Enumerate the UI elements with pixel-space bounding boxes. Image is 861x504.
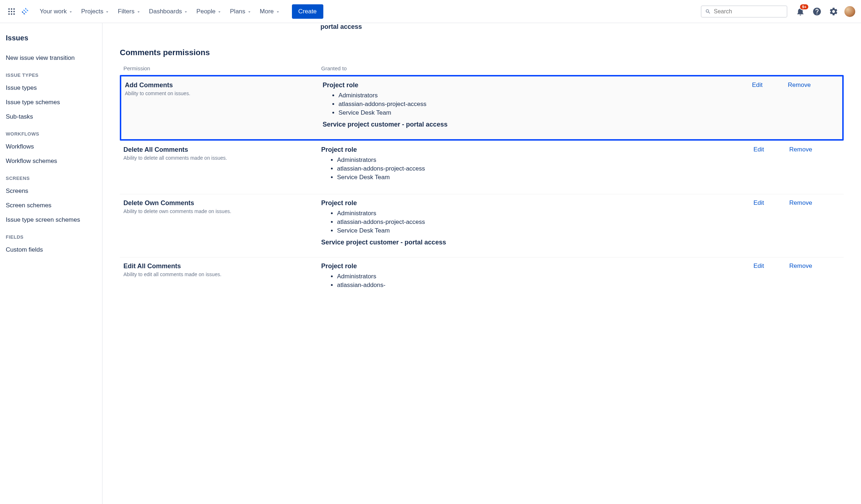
grant-heading: Project role [321, 199, 746, 207]
remove-link[interactable]: Remove [789, 199, 812, 248]
help-icon[interactable] [811, 6, 823, 17]
sidebar-group-label: FIELDS [4, 227, 98, 243]
grant-role: Administrators [337, 209, 746, 218]
nav-dashboards[interactable]: Dashboards [145, 5, 192, 18]
svg-point-8 [13, 13, 15, 15]
notifications-icon[interactable]: 9+ [795, 6, 806, 17]
grant-role: Administrators [337, 156, 746, 164]
grant-heading: Project role [321, 146, 746, 154]
permission-cell: Delete Own CommentsAbility to delete own… [123, 199, 321, 248]
notification-badge: 9+ [799, 4, 809, 10]
sidebar-item[interactable]: Issue type screen schemes [4, 213, 98, 227]
nav-label: Filters [118, 8, 134, 15]
grant-role: atlassian-addons- [337, 281, 746, 289]
col-granted-header: Granted to [321, 65, 746, 71]
partial-prev-row-text: portal access [120, 23, 844, 34]
permission-desc: Ability to edit all comments made on iss… [123, 271, 321, 277]
sidebar: Issues New issue view transition ISSUE T… [0, 23, 102, 504]
remove-link[interactable]: Remove [789, 146, 812, 185]
grant-heading-service: Service project customer - portal access [323, 121, 745, 128]
table-header: Permission Granted to [120, 62, 844, 75]
edit-link[interactable]: Edit [753, 199, 764, 248]
create-button[interactable]: Create [292, 4, 323, 19]
nav-left: Your work Projects Filters Dashboards Pe… [6, 4, 323, 19]
permissions-table: Permission Granted to Add CommentsAbilit… [120, 62, 844, 302]
permission-name: Delete Own Comments [123, 199, 321, 207]
topnav-icons: 9+ [795, 6, 855, 17]
sidebar-group-label: SCREENS [4, 168, 98, 184]
sidebar-group-label: WORKFLOWS [4, 124, 98, 140]
sidebar-item[interactable]: Custom fields [4, 243, 98, 257]
svg-point-4 [11, 11, 12, 12]
sidebar-title: Issues [4, 32, 98, 51]
nav-your-work[interactable]: Your work [36, 5, 77, 18]
permission-desc: Ability to comment on issues. [125, 90, 323, 96]
grant-list: Administratorsatlassian-addons-project-a… [321, 209, 746, 235]
app-switcher-icon[interactable] [6, 6, 17, 17]
actions-cell: EditRemove [746, 199, 840, 248]
settings-icon[interactable] [828, 6, 839, 17]
chevron-down-icon [247, 9, 252, 14]
svg-point-6 [8, 13, 10, 15]
sidebar-item[interactable]: Workflows [4, 140, 98, 154]
nav-label: People [196, 8, 215, 15]
remove-link[interactable]: Remove [788, 81, 810, 131]
edit-link[interactable]: Edit [753, 146, 764, 185]
remove-link[interactable]: Remove [789, 262, 812, 293]
sidebar-item[interactable]: Workflow schemes [4, 154, 98, 168]
svg-point-5 [13, 11, 15, 12]
nav-people[interactable]: People [193, 5, 226, 18]
grant-role: Service Desk Team [337, 173, 746, 182]
sidebar-item[interactable]: Sub-tasks [4, 110, 98, 124]
permission-desc: Ability to delete all comments made on i… [123, 155, 321, 161]
sidebar-new-issue-view[interactable]: New issue view transition [4, 51, 98, 65]
sidebar-item[interactable]: Screens [4, 184, 98, 198]
nav-plans[interactable]: Plans [226, 5, 255, 18]
actions-cell: EditRemove [745, 81, 839, 131]
nav-label: Plans [230, 8, 245, 15]
permission-name: Edit All Comments [123, 262, 321, 270]
svg-point-1 [11, 8, 12, 10]
permission-row: Edit All CommentsAbility to edit all com… [120, 257, 844, 302]
sidebar-item[interactable]: Issue type schemes [4, 95, 98, 110]
permission-name: Add Comments [125, 81, 323, 89]
permission-cell: Add CommentsAbility to comment on issues… [125, 81, 323, 131]
svg-point-3 [8, 11, 10, 12]
permission-cell: Edit All CommentsAbility to edit all com… [123, 262, 321, 293]
chevron-down-icon [136, 9, 141, 14]
granted-cell: Project roleAdministratorsatlassian-addo… [321, 146, 746, 185]
grant-role: Administrators [337, 272, 746, 281]
jira-logo-icon[interactable] [19, 6, 31, 17]
granted-cell: Project roleAdministratorsatlassian-addo… [321, 199, 746, 248]
grant-role: atlassian-addons-project-access [338, 100, 745, 109]
user-avatar[interactable] [844, 6, 855, 17]
grant-role: Service Desk Team [337, 226, 746, 235]
sidebar-item[interactable]: Issue types [4, 81, 98, 95]
granted-cell: Project roleAdministratorsatlassian-addo… [323, 81, 745, 131]
col-permission-header: Permission [123, 65, 321, 71]
permission-row: Delete All CommentsAbility to delete all… [120, 141, 844, 194]
nav-label: Projects [81, 8, 103, 15]
permission-name: Delete All Comments [123, 146, 321, 154]
actions-cell: EditRemove [746, 146, 840, 185]
edit-link[interactable]: Edit [752, 81, 762, 131]
edit-link[interactable]: Edit [753, 262, 764, 293]
nav-filters[interactable]: Filters [114, 5, 144, 18]
chevron-down-icon [105, 9, 110, 14]
main-content: portal access Comments permissions Permi… [102, 23, 861, 504]
search-input-wrapper[interactable] [701, 5, 787, 18]
search-input[interactable] [714, 8, 783, 15]
permission-desc: Ability to delete own comments made on i… [123, 208, 321, 214]
nav-projects[interactable]: Projects [78, 5, 113, 18]
grant-list: Administratorsatlassian-addons-project-a… [321, 156, 746, 182]
nav-more[interactable]: More [256, 5, 284, 18]
chevron-down-icon [217, 9, 222, 14]
sidebar-item[interactable]: Screen schemes [4, 198, 98, 213]
nav-label: Dashboards [149, 8, 182, 15]
nav-label: More [260, 8, 274, 15]
permission-cell: Delete All CommentsAbility to delete all… [123, 146, 321, 185]
grant-list: Administratorsatlassian-addons- [321, 272, 746, 289]
top-nav: Your work Projects Filters Dashboards Pe… [0, 0, 861, 23]
grant-list: Administratorsatlassian-addons-project-a… [323, 91, 745, 117]
grant-role: atlassian-addons-project-access [337, 218, 746, 226]
